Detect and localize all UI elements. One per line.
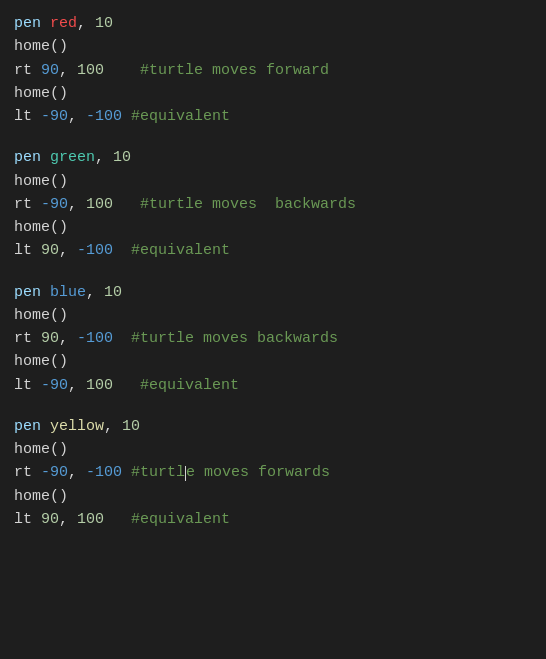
spacing: [113, 242, 131, 259]
color-name: yellow: [41, 418, 104, 435]
keyword-pen: pen: [14, 284, 41, 301]
function-home: home(): [14, 38, 68, 55]
number-neg: -90: [41, 377, 68, 394]
command-rt: rt: [14, 464, 41, 481]
comment: #turtle moves backwards: [131, 330, 338, 347]
comma: ,: [59, 330, 77, 347]
number-neg2: -100: [86, 464, 122, 481]
code-line-y1: pen yellow, 10: [14, 415, 532, 438]
number-neg: -90: [41, 464, 68, 481]
code-line-b4: home(): [14, 350, 532, 373]
spacing: [104, 511, 131, 528]
function-home: home(): [14, 307, 68, 324]
command-lt: lt: [14, 108, 41, 125]
code-line-r5: lt -90, -100 #equivalent: [14, 105, 532, 128]
command-lt: lt: [14, 511, 41, 528]
code-line-y3: rt -90, -100 #turtle moves forwards: [14, 461, 532, 484]
code-line-g3: rt -90, 100 #turtle moves backwards: [14, 193, 532, 216]
comma: ,: [95, 149, 113, 166]
comma: ,: [68, 196, 86, 213]
comment: #equivalent: [131, 242, 230, 259]
code-line-r3: rt 90, 100 #turtle moves forward: [14, 59, 532, 82]
code-line-g5: lt 90, -100 #equivalent: [14, 239, 532, 262]
spacing: [122, 108, 131, 125]
number-neg2: -100: [86, 108, 122, 125]
color-name: red: [41, 15, 77, 32]
comment: #equivalent: [140, 377, 239, 394]
text-cursor: [185, 466, 186, 481]
spacing: [113, 330, 131, 347]
number-pos: 100: [77, 62, 104, 79]
number: 10: [95, 15, 113, 32]
number-neg: -100: [77, 330, 113, 347]
number-neg: -90: [41, 108, 68, 125]
comma: ,: [59, 62, 77, 79]
number-pos: 100: [86, 196, 113, 213]
color-name: green: [41, 149, 95, 166]
spacing: [113, 377, 140, 394]
comma: ,: [68, 377, 86, 394]
code-line-b5: lt -90, 100 #equivalent: [14, 374, 532, 397]
number: 10: [113, 149, 131, 166]
code-line-y5: lt 90, 100 #equivalent: [14, 508, 532, 531]
code-line-b2: home(): [14, 304, 532, 327]
comma: ,: [86, 284, 104, 301]
number-neg: -100: [77, 242, 113, 259]
comment: #turtle moves backwards: [140, 196, 356, 213]
color-name: blue: [41, 284, 86, 301]
code-line-r1: pen red, 10: [14, 12, 532, 35]
code-block-blue-block: pen blue, 10home()rt 90, -100 #turtle mo…: [14, 281, 532, 397]
comma: ,: [59, 242, 77, 259]
number-neg: 90: [41, 62, 59, 79]
keyword-pen: pen: [14, 418, 41, 435]
number-neg: -90: [41, 196, 68, 213]
spacing: [104, 62, 140, 79]
number: 10: [104, 284, 122, 301]
code-line-y4: home(): [14, 485, 532, 508]
spacing: [122, 464, 131, 481]
number-pos: 90: [41, 511, 59, 528]
number-pos2: 100: [77, 511, 104, 528]
code-block-green-block: pen green, 10home()rt -90, 100 #turtle m…: [14, 146, 532, 262]
command-rt: rt: [14, 330, 41, 347]
spacing: [113, 196, 140, 213]
code-line-g1: pen green, 10: [14, 146, 532, 169]
code-line-r4: home(): [14, 82, 532, 105]
command-rt: rt: [14, 62, 41, 79]
keyword-pen: pen: [14, 15, 41, 32]
code-line-b1: pen blue, 10: [14, 281, 532, 304]
command-rt: rt: [14, 196, 41, 213]
code-block-red-block: pen red, 10home()rt 90, 100 #turtle move…: [14, 12, 532, 128]
command-lt: lt: [14, 377, 41, 394]
comment: #turtle moves forwards: [131, 464, 330, 481]
comma: ,: [77, 15, 95, 32]
code-line-g2: home(): [14, 170, 532, 193]
function-home: home(): [14, 219, 68, 236]
code-line-y2: home(): [14, 438, 532, 461]
function-home: home(): [14, 85, 68, 102]
comma: ,: [68, 108, 86, 125]
code-line-g4: home(): [14, 216, 532, 239]
function-home: home(): [14, 353, 68, 370]
comma: ,: [68, 464, 86, 481]
number-pos: 100: [86, 377, 113, 394]
code-line-b3: rt 90, -100 #turtle moves backwards: [14, 327, 532, 350]
comment: #turtle moves forward: [140, 62, 329, 79]
command-lt: lt: [14, 242, 41, 259]
code-block-yellow-block: pen yellow, 10home()rt -90, -100 #turtle…: [14, 415, 532, 531]
code-editor: pen red, 10home()rt 90, 100 #turtle move…: [14, 12, 532, 531]
number-pos: 90: [41, 330, 59, 347]
comment: #equivalent: [131, 108, 230, 125]
function-home: home(): [14, 173, 68, 190]
function-home: home(): [14, 441, 68, 458]
function-home: home(): [14, 488, 68, 505]
keyword-pen: pen: [14, 149, 41, 166]
code-line-r2: home(): [14, 35, 532, 58]
comment: #equivalent: [131, 511, 230, 528]
number-pos: 90: [41, 242, 59, 259]
number: 10: [122, 418, 140, 435]
comma: ,: [59, 511, 77, 528]
comma: ,: [104, 418, 122, 435]
